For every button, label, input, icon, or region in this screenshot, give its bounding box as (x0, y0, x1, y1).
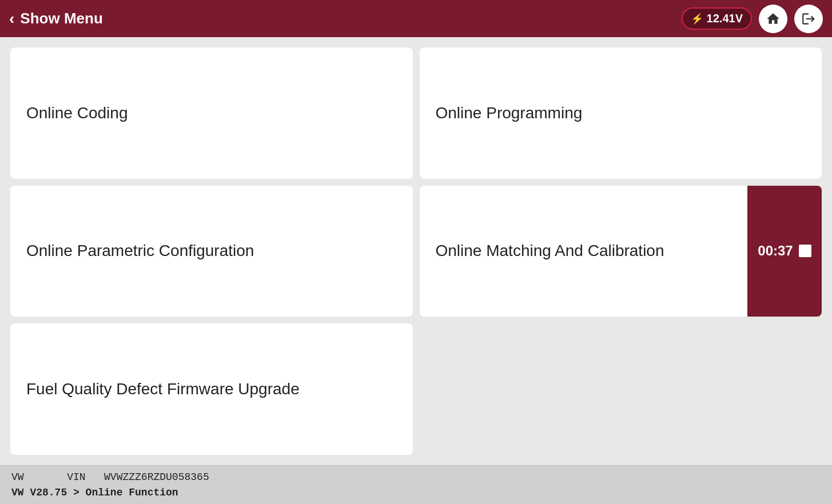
voltage-value: 12.41V (707, 12, 743, 25)
timer-badge: 00:37 (747, 186, 822, 317)
menu-item-online-matching[interactable]: Online Matching And Calibration 00:37 (420, 186, 822, 317)
header-right: ⚡ 12.41V (682, 5, 823, 33)
menu-item-label: Online Coding (26, 104, 128, 122)
voltage-badge: ⚡ 12.41V (682, 7, 752, 30)
menu-item-label: Fuel Quality Defect Firmware Upgrade (26, 380, 300, 398)
home-icon (766, 11, 781, 26)
menu-item-label: Online Parametric Configuration (26, 242, 254, 260)
exit-icon (801, 11, 816, 26)
footer-breadcrumb: VW V28.75 > Online Function (11, 487, 178, 498)
menu-item-label: Online Matching And Calibration (436, 242, 664, 260)
home-button[interactable] (759, 5, 787, 33)
footer: VW VIN WVWZZZ6RZDU058365 VW V28.75 > Onl… (0, 465, 832, 504)
menu-grid: Online Coding Online Programming Online … (0, 37, 832, 465)
header: ‹ Show Menu ⚡ 12.41V (0, 0, 832, 37)
show-menu-label: Show Menu (20, 10, 102, 27)
menu-item-online-programming[interactable]: Online Programming (420, 47, 822, 179)
back-arrow-icon: ‹ (9, 11, 14, 27)
menu-item-online-parametric[interactable]: Online Parametric Configuration (10, 186, 413, 317)
footer-brand: VW (11, 471, 24, 483)
menu-item-fuel-quality[interactable]: Fuel Quality Defect Firmware Upgrade (10, 323, 413, 455)
footer-breadcrumb-line: VW V28.75 > Online Function (11, 485, 821, 501)
bolt-icon: ⚡ (691, 13, 703, 25)
empty-cell (420, 323, 822, 455)
timer-stop-icon[interactable] (799, 245, 811, 257)
back-button[interactable]: ‹ Show Menu (9, 10, 103, 27)
footer-vin-value: WVWZZZ6RZDU058365 (104, 471, 209, 483)
footer-vin-line: VW VIN WVWZZZ6RZDU058365 (11, 470, 821, 485)
exit-button[interactable] (794, 5, 823, 33)
menu-item-label: Online Programming (436, 104, 583, 122)
footer-vin-label: VIN (67, 471, 85, 483)
timer-value: 00:37 (758, 243, 793, 259)
menu-item-online-coding[interactable]: Online Coding (10, 47, 413, 179)
